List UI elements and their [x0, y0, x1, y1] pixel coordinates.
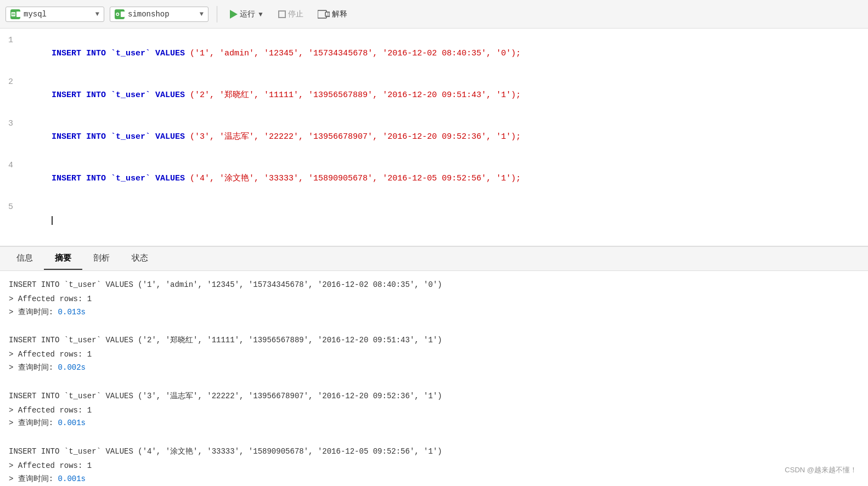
code-line-4: 4 INSERT INTO `t_user` VALUES ('4', '涂文艳… [0, 158, 868, 200]
result-block-1: INSERT INTO `t_user` VALUES ('1', 'admin… [9, 279, 859, 319]
line-content-1: INSERT INTO `t_user` VALUES ('1', 'admin… [22, 34, 868, 74]
explain-button[interactable]: 品 解释 [313, 7, 352, 21]
result-time-4: > 查询时间: 0.001s [9, 473, 859, 486]
line-content-5 [22, 201, 868, 240]
svg-rect-3 [12, 14, 15, 15]
tab-summary[interactable]: 摘要 [44, 247, 82, 270]
line-num-4: 4 [0, 159, 22, 172]
toolbar-separator [217, 6, 217, 22]
svg-point-6 [117, 13, 119, 15]
cursor [52, 216, 53, 225]
stop-label: 停止 [288, 9, 303, 19]
result-block-2: INSERT INTO `t_user` VALUES ('2', '郑晓红',… [9, 334, 859, 374]
result-sql-3: INSERT INTO `t_user` VALUES ('3', '温志军',… [9, 390, 859, 403]
tab-info[interactable]: 信息 [5, 247, 44, 270]
svg-rect-2 [12, 13, 15, 14]
result-affected-1: > Affected rows: 1 [9, 293, 859, 306]
db-selector[interactable]: mysql ▼ [5, 7, 104, 22]
tab-profile[interactable]: 剖析 [82, 247, 121, 270]
stop-icon [278, 10, 286, 18]
tab-status[interactable]: 状态 [121, 247, 159, 270]
schema-label: simonshop [128, 10, 196, 19]
watermark: CSDN @越来越不懂！ [785, 465, 857, 475]
result-time-1: > 查询时间: 0.013s [9, 306, 859, 319]
line-num-3: 3 [0, 117, 22, 131]
result-affected-4: > Affected rows: 1 [9, 460, 859, 473]
code-line-3: 3 INSERT INTO `t_user` VALUES ('3', '温志军… [0, 116, 868, 158]
db-chevron-icon: ▼ [95, 10, 99, 18]
code-line-1: 1 INSERT INTO `t_user` VALUES ('1', 'adm… [0, 33, 868, 75]
run-button[interactable]: 运行 ▼ [226, 7, 268, 21]
db-label: mysql [24, 10, 92, 19]
line-content-3: INSERT INTO `t_user` VALUES ('3', '温志军',… [22, 117, 868, 157]
result-sql-2: INSERT INTO `t_user` VALUES ('2', '郑晓红',… [9, 334, 859, 347]
line-num-2: 2 [0, 76, 22, 89]
result-block-4: INSERT INTO `t_user` VALUES ('4', '涂文艳',… [9, 445, 859, 485]
line-content-2: INSERT INTO `t_user` VALUES ('2', '郑晓红',… [22, 76, 868, 115]
explain-label: 解释 [332, 9, 347, 19]
toolbar: mysql ▼ simonshop ▼ 运行 ▼ 停止 品 [0, 0, 868, 29]
code-line-5: 5 [0, 200, 868, 241]
tabs-bar: 信息 摘要 剖析 状态 [0, 247, 868, 271]
result-affected-3: > Affected rows: 1 [9, 404, 859, 417]
db-icon [10, 9, 20, 19]
line-content-4: INSERT INTO `t_user` VALUES ('4', '涂文艳',… [22, 159, 868, 199]
result-block-3: INSERT INTO `t_user` VALUES ('3', '温志军',… [9, 390, 859, 430]
svg-text:品: 品 [326, 12, 330, 18]
result-sql-4: INSERT INTO `t_user` VALUES ('4', '涂文艳',… [9, 445, 859, 459]
schema-chevron-icon: ▼ [200, 10, 204, 18]
result-sql-1: INSERT INTO `t_user` VALUES ('1', 'admin… [9, 279, 859, 292]
stop-button[interactable]: 停止 [274, 7, 308, 21]
line-num-5: 5 [0, 201, 22, 214]
play-icon [230, 10, 238, 19]
schema-selector[interactable]: simonshop ▼ [110, 7, 208, 22]
result-affected-2: > Affected rows: 1 [9, 348, 859, 361]
schema-icon [115, 9, 125, 19]
editor-area[interactable]: 1 INSERT INTO `t_user` VALUES ('1', 'adm… [0, 29, 868, 247]
result-time-3: > 查询时间: 0.001s [9, 417, 859, 430]
results-area: INSERT INTO `t_user` VALUES ('1', 'admin… [0, 271, 868, 486]
run-label: 运行 [240, 9, 255, 19]
code-line-2: 2 INSERT INTO `t_user` VALUES ('2', '郑晓红… [0, 75, 868, 116]
result-time-2: > 查询时间: 0.002s [9, 361, 859, 375]
line-num-1: 1 [0, 34, 22, 47]
run-dropdown-icon[interactable]: ▼ [257, 10, 264, 18]
svg-rect-1 [12, 12, 16, 16]
explain-icon: 品 [318, 10, 330, 19]
